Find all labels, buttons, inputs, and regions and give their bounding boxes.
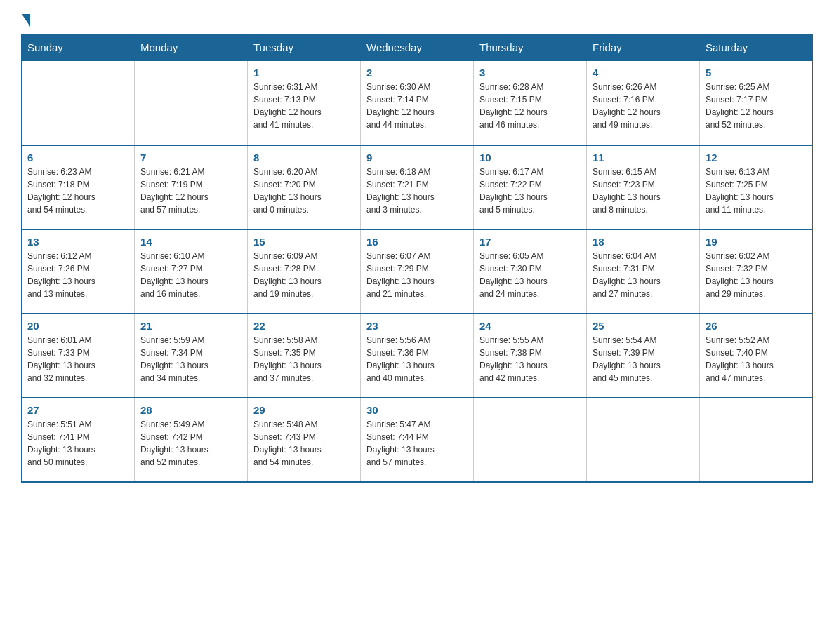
calendar-cell: 2Sunrise: 6:30 AM Sunset: 7:14 PM Daylig… [361, 61, 474, 145]
day-info: Sunrise: 6:02 AM Sunset: 7:32 PM Dayligh… [706, 250, 807, 300]
calendar-cell: 20Sunrise: 6:01 AM Sunset: 7:33 PM Dayli… [22, 314, 135, 398]
weekday-header-sunday: Sunday [22, 34, 135, 61]
calendar-cell: 29Sunrise: 5:48 AM Sunset: 7:43 PM Dayli… [248, 398, 361, 482]
day-info: Sunrise: 6:26 AM Sunset: 7:16 PM Dayligh… [593, 81, 694, 131]
calendar-cell [700, 398, 813, 482]
calendar-cell: 9Sunrise: 6:18 AM Sunset: 7:21 PM Daylig… [361, 145, 474, 229]
day-info: Sunrise: 6:04 AM Sunset: 7:31 PM Dayligh… [593, 250, 694, 300]
day-info: Sunrise: 6:10 AM Sunset: 7:27 PM Dayligh… [140, 250, 241, 300]
day-info: Sunrise: 6:12 AM Sunset: 7:26 PM Dayligh… [27, 250, 128, 300]
day-number: 9 [366, 152, 468, 163]
day-number: 5 [706, 67, 807, 79]
day-info: Sunrise: 6:31 AM Sunset: 7:13 PM Dayligh… [253, 81, 355, 131]
day-number: 27 [27, 404, 128, 416]
logo-arrow-icon [22, 14, 30, 27]
day-number: 14 [140, 236, 241, 248]
calendar-week-row: 1Sunrise: 6:31 AM Sunset: 7:13 PM Daylig… [22, 61, 813, 145]
calendar-cell: 1Sunrise: 6:31 AM Sunset: 7:13 PM Daylig… [248, 61, 361, 145]
day-info: Sunrise: 5:48 AM Sunset: 7:43 PM Dayligh… [253, 418, 355, 469]
weekday-header-tuesday: Tuesday [248, 34, 361, 61]
weekday-header-thursday: Thursday [474, 34, 587, 61]
calendar-week-row: 6Sunrise: 6:23 AM Sunset: 7:18 PM Daylig… [22, 145, 813, 229]
calendar-cell: 5Sunrise: 6:25 AM Sunset: 7:17 PM Daylig… [700, 61, 813, 145]
day-number: 17 [479, 236, 581, 248]
day-info: Sunrise: 6:05 AM Sunset: 7:30 PM Dayligh… [479, 250, 581, 300]
day-number: 30 [366, 404, 468, 416]
day-number: 13 [27, 236, 128, 248]
calendar-cell: 16Sunrise: 6:07 AM Sunset: 7:29 PM Dayli… [361, 229, 474, 314]
day-number: 24 [479, 320, 581, 332]
calendar-cell: 22Sunrise: 5:58 AM Sunset: 7:35 PM Dayli… [248, 314, 361, 398]
day-number: 16 [366, 236, 468, 248]
day-number: 22 [253, 320, 355, 332]
day-info: Sunrise: 6:23 AM Sunset: 7:18 PM Dayligh… [27, 166, 128, 216]
day-number: 1 [253, 67, 355, 79]
calendar-cell: 27Sunrise: 5:51 AM Sunset: 7:41 PM Dayli… [22, 398, 135, 482]
day-info: Sunrise: 6:18 AM Sunset: 7:21 PM Dayligh… [366, 166, 468, 216]
calendar-cell: 13Sunrise: 6:12 AM Sunset: 7:26 PM Dayli… [22, 229, 135, 314]
calendar-cell: 12Sunrise: 6:13 AM Sunset: 7:25 PM Dayli… [700, 145, 813, 229]
calendar-week-row: 27Sunrise: 5:51 AM Sunset: 7:41 PM Dayli… [22, 398, 813, 482]
calendar-week-row: 13Sunrise: 6:12 AM Sunset: 7:26 PM Dayli… [22, 229, 813, 314]
calendar-cell: 28Sunrise: 5:49 AM Sunset: 7:42 PM Dayli… [135, 398, 248, 482]
day-info: Sunrise: 6:07 AM Sunset: 7:29 PM Dayligh… [366, 250, 468, 300]
day-number: 26 [706, 320, 807, 332]
day-number: 12 [706, 152, 807, 163]
calendar-cell: 14Sunrise: 6:10 AM Sunset: 7:27 PM Dayli… [135, 229, 248, 314]
logo [21, 14, 32, 27]
day-number: 6 [27, 152, 128, 163]
day-number: 3 [479, 67, 581, 79]
calendar-cell: 10Sunrise: 6:17 AM Sunset: 7:22 PM Dayli… [474, 145, 587, 229]
day-number: 15 [253, 236, 355, 248]
weekday-header-wednesday: Wednesday [361, 34, 474, 61]
day-info: Sunrise: 6:01 AM Sunset: 7:33 PM Dayligh… [27, 334, 128, 384]
day-info: Sunrise: 5:52 AM Sunset: 7:40 PM Dayligh… [706, 334, 807, 384]
day-number: 8 [253, 152, 355, 163]
day-info: Sunrise: 5:58 AM Sunset: 7:35 PM Dayligh… [253, 334, 355, 384]
calendar-cell [474, 398, 587, 482]
calendar-cell [135, 61, 248, 145]
calendar-cell [587, 398, 700, 482]
calendar-cell: 21Sunrise: 5:59 AM Sunset: 7:34 PM Dayli… [135, 314, 248, 398]
calendar-cell: 24Sunrise: 5:55 AM Sunset: 7:38 PM Dayli… [474, 314, 587, 398]
calendar-cell: 18Sunrise: 6:04 AM Sunset: 7:31 PM Dayli… [587, 229, 700, 314]
day-number: 28 [140, 404, 241, 416]
day-info: Sunrise: 6:13 AM Sunset: 7:25 PM Dayligh… [706, 166, 807, 216]
day-info: Sunrise: 5:55 AM Sunset: 7:38 PM Dayligh… [479, 334, 581, 384]
calendar-cell: 4Sunrise: 6:26 AM Sunset: 7:16 PM Daylig… [587, 61, 700, 145]
day-info: Sunrise: 6:20 AM Sunset: 7:20 PM Dayligh… [253, 166, 355, 216]
weekday-header-row: SundayMondayTuesdayWednesdayThursdayFrid… [22, 34, 813, 61]
day-number: 23 [366, 320, 468, 332]
calendar-cell: 7Sunrise: 6:21 AM Sunset: 7:19 PM Daylig… [135, 145, 248, 229]
day-number: 29 [253, 404, 355, 416]
day-number: 18 [593, 236, 694, 248]
calendar-cell: 3Sunrise: 6:28 AM Sunset: 7:15 PM Daylig… [474, 61, 587, 145]
day-info: Sunrise: 5:51 AM Sunset: 7:41 PM Dayligh… [27, 418, 128, 469]
day-info: Sunrise: 5:56 AM Sunset: 7:36 PM Dayligh… [366, 334, 468, 384]
calendar-cell: 26Sunrise: 5:52 AM Sunset: 7:40 PM Dayli… [700, 314, 813, 398]
day-number: 21 [140, 320, 241, 332]
day-info: Sunrise: 6:30 AM Sunset: 7:14 PM Dayligh… [366, 81, 468, 131]
calendar-cell: 8Sunrise: 6:20 AM Sunset: 7:20 PM Daylig… [248, 145, 361, 229]
weekday-header-friday: Friday [587, 34, 700, 61]
day-number: 19 [706, 236, 807, 248]
calendar-cell: 30Sunrise: 5:47 AM Sunset: 7:44 PM Dayli… [361, 398, 474, 482]
day-info: Sunrise: 6:21 AM Sunset: 7:19 PM Dayligh… [140, 166, 241, 216]
day-number: 7 [140, 152, 241, 163]
day-info: Sunrise: 5:47 AM Sunset: 7:44 PM Dayligh… [366, 418, 468, 469]
day-number: 2 [366, 67, 468, 79]
calendar-cell: 11Sunrise: 6:15 AM Sunset: 7:23 PM Dayli… [587, 145, 700, 229]
day-info: Sunrise: 6:15 AM Sunset: 7:23 PM Dayligh… [593, 166, 694, 216]
calendar-cell [22, 61, 135, 145]
day-info: Sunrise: 5:49 AM Sunset: 7:42 PM Dayligh… [140, 418, 241, 469]
day-info: Sunrise: 6:09 AM Sunset: 7:28 PM Dayligh… [253, 250, 355, 300]
day-number: 25 [593, 320, 694, 332]
calendar-cell: 15Sunrise: 6:09 AM Sunset: 7:28 PM Dayli… [248, 229, 361, 314]
weekday-header-saturday: Saturday [700, 34, 813, 61]
day-info: Sunrise: 6:28 AM Sunset: 7:15 PM Dayligh… [479, 81, 581, 131]
calendar-cell: 23Sunrise: 5:56 AM Sunset: 7:36 PM Dayli… [361, 314, 474, 398]
day-info: Sunrise: 5:59 AM Sunset: 7:34 PM Dayligh… [140, 334, 241, 384]
day-number: 20 [27, 320, 128, 332]
calendar-cell: 19Sunrise: 6:02 AM Sunset: 7:32 PM Dayli… [700, 229, 813, 314]
calendar-cell: 17Sunrise: 6:05 AM Sunset: 7:30 PM Dayli… [474, 229, 587, 314]
